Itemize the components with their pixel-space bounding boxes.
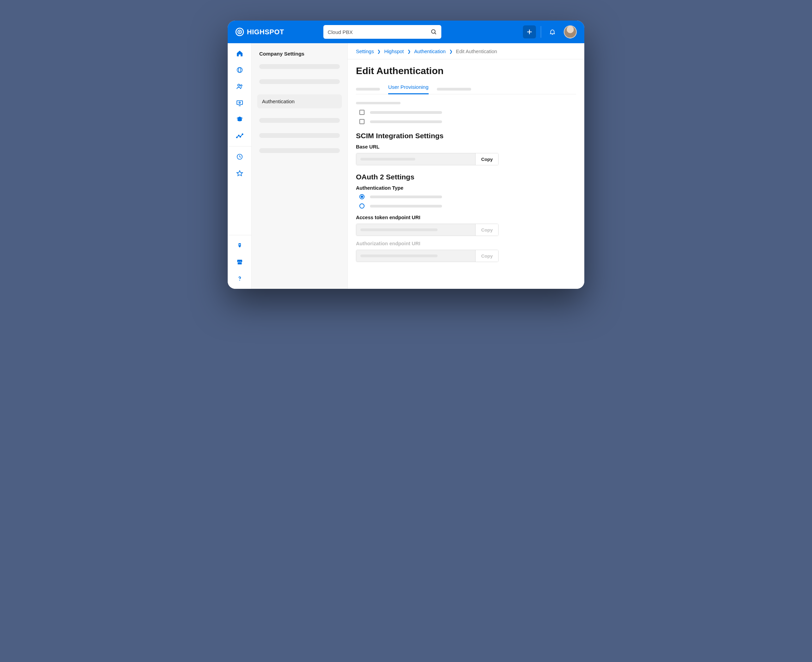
brand-name: HIGHSPOT xyxy=(247,28,284,36)
brand-logo: HIGHSPOT xyxy=(235,27,284,36)
highspot-mark-icon xyxy=(235,27,244,36)
authz-uri-field: Copy xyxy=(356,250,499,262)
svg-line-4 xyxy=(435,33,436,34)
plus-icon xyxy=(526,29,533,35)
checkbox-option[interactable] xyxy=(359,119,576,124)
radio-option[interactable] xyxy=(359,194,576,199)
graduation-cap-icon xyxy=(236,116,244,123)
help-icon xyxy=(236,275,243,282)
search-input[interactable] xyxy=(327,29,430,35)
svg-point-12 xyxy=(239,102,240,103)
top-bar: HIGHSPOT xyxy=(228,21,584,43)
nav-marketplace[interactable] xyxy=(236,258,244,266)
nav-training[interactable] xyxy=(236,115,244,124)
breadcrumb-link[interactable]: Highspot xyxy=(384,49,404,54)
label-base-url: Base URL xyxy=(356,144,576,149)
subnav-title: Company Settings xyxy=(257,51,342,56)
label-token-uri: Access token endpoint URI xyxy=(356,215,576,220)
subnav-item-placeholder[interactable] xyxy=(259,148,340,153)
tab-label: User Provisioning xyxy=(388,84,428,90)
topbar-actions xyxy=(523,26,577,39)
subnav-item-authentication[interactable]: Authentication xyxy=(257,94,342,108)
chevron-right-icon: ❯ xyxy=(449,49,453,54)
nav-people[interactable] xyxy=(236,82,244,90)
nav-presentation[interactable] xyxy=(236,99,244,107)
authz-uri-value[interactable] xyxy=(356,250,475,262)
svg-marker-18 xyxy=(237,171,242,176)
option-label-placeholder xyxy=(370,196,442,198)
tab-user-provisioning[interactable]: User Provisioning xyxy=(388,84,428,94)
nav-analytics[interactable] xyxy=(236,132,244,140)
svg-point-7 xyxy=(237,67,242,73)
svg-rect-11 xyxy=(237,101,242,104)
body: Company Settings Authentication Settings… xyxy=(228,43,584,289)
radio-selected-icon xyxy=(359,194,364,199)
notifications-button[interactable] xyxy=(546,26,559,39)
svg-point-10 xyxy=(241,85,242,86)
breadcrumb: Settings ❯ Highspot ❯ Authentication ❯ E… xyxy=(348,43,584,59)
subnav-item-placeholder[interactable] xyxy=(259,133,340,138)
copy-button: Copy xyxy=(475,250,498,262)
checkbox-option[interactable] xyxy=(359,110,576,115)
svg-point-20 xyxy=(239,280,240,281)
subnav-item-placeholder[interactable] xyxy=(259,79,340,84)
breadcrumb-link[interactable]: Settings xyxy=(356,49,374,54)
app-window: HIGHSPOT xyxy=(228,21,584,289)
base-url-field: Copy xyxy=(356,153,499,166)
settings-subnav: Company Settings Authentication xyxy=(252,43,348,289)
copy-button[interactable]: Copy xyxy=(475,224,498,236)
nav-favorites[interactable] xyxy=(236,169,244,177)
checkbox-icon xyxy=(359,119,364,124)
clock-icon xyxy=(236,153,243,160)
search-icon xyxy=(430,29,437,35)
field-label-placeholder xyxy=(356,102,401,104)
checkbox-icon xyxy=(359,110,364,115)
label-auth-type: Authentication Type xyxy=(356,185,576,191)
page-title: Edit Authentication xyxy=(356,66,576,77)
token-uri-value[interactable] xyxy=(356,224,475,236)
svg-point-16 xyxy=(242,134,243,135)
svg-point-3 xyxy=(432,29,435,33)
subnav-item-placeholder[interactable] xyxy=(259,64,340,69)
home-icon xyxy=(236,50,244,57)
chevron-right-icon: ❯ xyxy=(408,49,411,54)
nav-globe[interactable] xyxy=(236,66,244,74)
svg-point-14 xyxy=(238,135,239,136)
storefront-icon xyxy=(236,259,243,265)
nav-home[interactable] xyxy=(236,50,244,58)
option-label-placeholder xyxy=(370,111,442,114)
search-box[interactable] xyxy=(323,25,441,39)
svg-point-2 xyxy=(239,31,241,32)
star-icon xyxy=(236,170,243,177)
subnav-item-placeholder[interactable] xyxy=(259,118,340,123)
breadcrumb-current: Edit Authentication xyxy=(456,49,497,54)
nav-recent[interactable] xyxy=(236,153,244,161)
breadcrumb-link[interactable]: Authentication xyxy=(414,49,446,54)
user-avatar[interactable] xyxy=(564,26,577,39)
nav-pitch[interactable] xyxy=(236,241,244,250)
people-icon xyxy=(236,83,244,90)
subnav-item-label: Authentication xyxy=(262,98,295,104)
option-label-placeholder xyxy=(370,121,442,123)
tab-placeholder[interactable] xyxy=(356,88,380,90)
add-button[interactable] xyxy=(523,26,536,39)
tabs: User Provisioning xyxy=(356,84,576,94)
bell-icon xyxy=(549,29,556,35)
section-scim: SCIM Integration Settings xyxy=(356,132,576,140)
tab-placeholder[interactable] xyxy=(437,88,471,90)
nav-help[interactable] xyxy=(236,275,244,283)
option-label-placeholder xyxy=(370,205,442,207)
icon-rail xyxy=(228,43,252,289)
chevron-right-icon: ❯ xyxy=(377,49,380,54)
radio-option[interactable] xyxy=(359,203,576,209)
pitch-icon xyxy=(236,242,243,249)
copy-button[interactable]: Copy xyxy=(475,153,498,165)
base-url-value[interactable] xyxy=(356,153,475,165)
globe-icon xyxy=(236,66,243,73)
svg-point-15 xyxy=(240,136,241,137)
section-oauth: OAuth 2 Settings xyxy=(356,173,576,181)
token-uri-field: Copy xyxy=(356,223,499,236)
svg-point-19 xyxy=(239,244,240,245)
svg-point-13 xyxy=(236,137,237,138)
presentation-icon xyxy=(236,99,244,107)
